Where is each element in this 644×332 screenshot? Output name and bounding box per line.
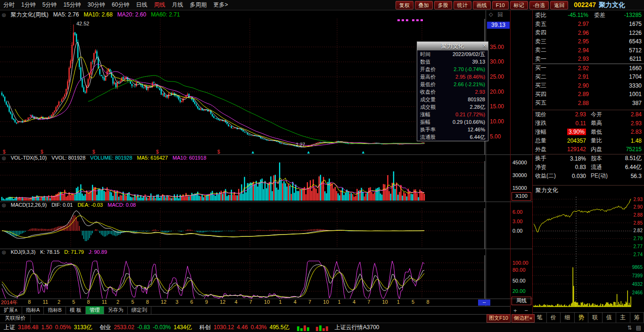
chart-tab[interactable]: 扩展∧ — [0, 306, 22, 314]
panel-tab[interactable]: 主 — [616, 313, 630, 323]
bid-row[interactable]: 买二2.911704 — [533, 73, 644, 81]
collapse-icon[interactable]: ◎ — [2, 155, 6, 161]
toolbar-button[interactable]: 多股 — [434, 1, 452, 9]
chart-tab[interactable]: 模 板 — [66, 306, 86, 314]
order-book: 委比-45.11%委差-13285卖五2.971675卖四2.961226卖三2… — [533, 10, 644, 180]
quote-stat-row: 现价2.93今开2.84 — [533, 110, 644, 119]
popup-titlebar[interactable]: 聚力文化 × — [417, 42, 488, 50]
chart-tab[interactable]: 管理 — [86, 306, 104, 314]
window-icon[interactable]: 回 — [497, 11, 503, 18]
ask-row[interactable]: 卖五2.971675 — [533, 20, 644, 29]
indicator-label: MACD: 0.08 — [107, 202, 136, 208]
bid-row[interactable]: 买五2.88387 — [533, 99, 644, 108]
chart-tab[interactable]: 另存为 — [104, 306, 128, 314]
status-bar: 上证3186.481.500.05%3133亿创业2533.02-0.83-0.… — [0, 323, 644, 332]
related-quote-tab[interactable]: 关联报价 — [0, 314, 31, 323]
menu-item-period[interactable]: 更多> — [210, 0, 231, 10]
menu-grid-icon[interactable]: ▤ — [636, 324, 641, 331]
volume-pane-title: ◎VOL-TDX(5,10)VVOL: 801928VOLUME: 801928… — [0, 154, 486, 161]
ask-row[interactable]: 卖一2.936211 — [533, 55, 644, 64]
xaxis-label: 7 — [308, 299, 311, 305]
toolbar-button[interactable]: -自选 — [529, 1, 549, 9]
collapse-icon[interactable]: ◎ — [2, 202, 6, 208]
market-heat-blocks — [297, 324, 309, 331]
bid-row[interactable]: 买四2.891001 — [533, 90, 644, 99]
index-ticker[interactable]: 创业2533.02-0.83-0.03%1434亿 — [99, 324, 194, 332]
menu-item-period[interactable]: 15分钟 — [60, 0, 84, 10]
close-icon[interactable]: × — [483, 42, 486, 50]
connection-icon[interactable]: ⇅ — [627, 324, 632, 331]
sidebar-button[interactable]: 图文F10 — [487, 314, 511, 323]
signal-marker: ▲ — [361, 150, 365, 154]
toolbar-button[interactable]: 返回 — [550, 1, 568, 9]
indicator-label: VOL-TDX(5,10) — [11, 155, 47, 161]
panel-tab[interactable]: 值 — [603, 313, 617, 323]
menu-item-period[interactable]: 多周期 — [186, 0, 210, 10]
volume-chart[interactable] — [0, 161, 486, 202]
stock-code: 002247 — [574, 1, 596, 8]
kdj-chart[interactable] — [0, 255, 486, 299]
xaxis-label: 2 — [116, 299, 119, 305]
bid-row[interactable]: 买三2.903330 — [533, 81, 644, 90]
server-label[interactable]: 上证云行情A3700 — [335, 324, 380, 332]
xr-marker: $ — [156, 149, 159, 154]
mini-price-label: 2.88 — [634, 212, 643, 218]
zoom-in-button[interactable]: + — [513, 307, 517, 314]
toolbar-button[interactable]: 画线 — [473, 1, 491, 9]
chart-tab[interactable]: 指标B — [44, 306, 66, 314]
mini-volume-label: 2466 — [632, 290, 643, 295]
scale-label: 20.00 — [512, 288, 526, 294]
chart-scrollbar[interactable]: -- — [478, 300, 490, 306]
ask-row[interactable]: 卖二2.945712 — [533, 46, 644, 55]
menu-item-period[interactable]: 30分钟 — [84, 0, 108, 10]
sidebar-button[interactable]: 侧边栏« — [512, 314, 535, 323]
index-ticker[interactable]: 上证3186.481.500.05%3133亿 — [4, 324, 95, 332]
trend-mini-chart[interactable]: 2.932.902.882.852.822.792.772.7498657399… — [533, 195, 644, 312]
market-heat-blocks — [316, 324, 328, 331]
mini-price-line — [534, 199, 631, 232]
xaxis-label: 1 — [338, 299, 341, 305]
toolbar-button[interactable]: 标记 — [510, 1, 528, 9]
panel-tab[interactable]: 笔 — [533, 313, 547, 323]
ask-row[interactable]: 卖三2.956543 — [533, 37, 644, 46]
menu-item-period[interactable]: 60分钟 — [108, 0, 132, 10]
main-candlestick-chart[interactable]: 42.521.27$$$$$▲▲▲ — [0, 19, 486, 154]
low-price-label: 1.27 — [296, 142, 305, 147]
period-menu: 分时1分钟5分钟15分钟30分钟60分钟日线周线月线多周期更多> — [0, 0, 231, 10]
panel-tab[interactable]: 筹 — [630, 313, 644, 323]
popup-row: 涨幅0.21 (7.72%) — [417, 111, 488, 118]
chart-tab[interactable]: 绑定到 — [128, 306, 151, 314]
macd-chart[interactable] — [0, 208, 486, 249]
collapse-icon[interactable]: ◎ — [2, 12, 6, 17]
popup-row: 开盘价2.70 (-0.74%) — [417, 65, 488, 73]
zoom-out-button[interactable]: − — [525, 307, 528, 314]
xaxis-label: 12 — [161, 299, 166, 305]
menu-item-period[interactable]: 周线 — [150, 0, 168, 10]
sidebar-button-group: 图文F10侧边栏« — [487, 314, 533, 323]
xr-marker: $ — [217, 149, 220, 154]
diamond-icon[interactable]: ◇ — [489, 11, 493, 18]
toolbar-button[interactable]: F10 — [492, 1, 509, 9]
collapse-icon[interactable]: ◎ — [2, 250, 6, 255]
ask-row[interactable]: 卖四2.961226 — [533, 29, 644, 38]
menu-item-period[interactable]: 日线 — [132, 0, 150, 10]
menu-item-period[interactable]: 5分钟 — [39, 0, 60, 10]
menu-item-period[interactable]: 1分钟 — [18, 0, 39, 10]
scale-label: 15000 — [512, 185, 527, 191]
bid-row[interactable]: 买一2.921660 — [533, 64, 644, 73]
menu-item-period[interactable]: 分时 — [0, 0, 18, 10]
toolbar-button[interactable]: 统计 — [454, 1, 471, 9]
toolbar-button[interactable]: 叠加 — [415, 1, 433, 9]
panel-tab[interactable]: 势 — [575, 313, 589, 323]
popup-row: 数值39.13 — [417, 58, 488, 65]
chart-tab[interactable]: 指标A — [22, 306, 44, 314]
quote-stat-row: 总量204357量比1.48 — [533, 137, 644, 146]
panel-tab[interactable]: 价 — [547, 313, 561, 323]
menu-item-period[interactable]: 月线 — [168, 0, 186, 10]
price-axis-label: 30.00 — [486, 58, 510, 65]
index-ticker[interactable]: 科创1030.124.460.43%495.5亿 — [199, 324, 292, 332]
panel-tab[interactable]: 联 — [588, 313, 603, 323]
xaxis-label: 3 — [175, 299, 178, 305]
panel-tab[interactable]: 细 — [561, 313, 575, 323]
toolbar-button[interactable]: 复权 — [396, 1, 413, 9]
